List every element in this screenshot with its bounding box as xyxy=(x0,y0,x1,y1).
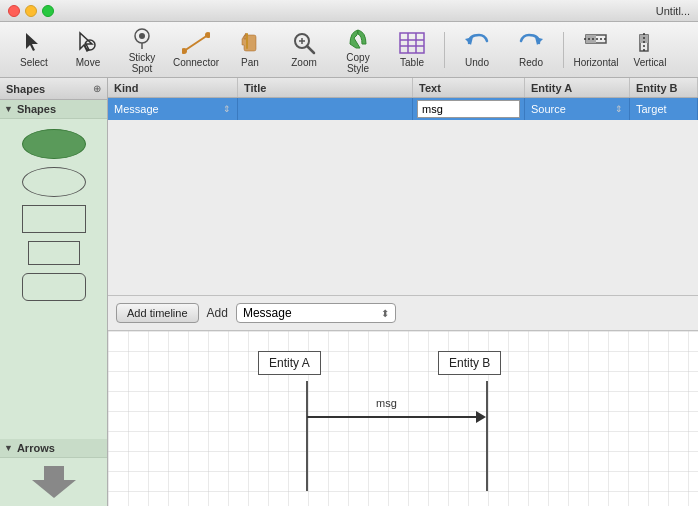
pan-tool[interactable]: Pan xyxy=(224,26,276,74)
vertical-label: Vertical xyxy=(634,57,667,68)
zoom-label: Zoom xyxy=(291,57,317,68)
svg-line-11 xyxy=(307,46,314,53)
td-kind: Message ⇕ xyxy=(108,98,238,120)
shapes-section-label: Shapes xyxy=(17,103,56,115)
move-icon xyxy=(76,31,100,55)
toolbar: Select Move Sticky Spot xyxy=(0,22,698,78)
arrows-section-arrow: ▼ xyxy=(4,443,13,453)
shapes-section-header[interactable]: ▼ Shapes xyxy=(0,100,107,119)
td-text[interactable] xyxy=(413,98,525,120)
th-entity-a: Entity A xyxy=(525,78,630,97)
svg-rect-22 xyxy=(586,35,596,43)
connector-icon xyxy=(182,31,210,55)
text-input[interactable] xyxy=(417,100,520,118)
add-timeline-button[interactable]: Add timeline xyxy=(116,303,199,323)
arrows-section-header[interactable]: ▼ Arrows xyxy=(0,439,107,458)
copy-style-label: Copy Style xyxy=(334,52,382,74)
th-kind: Kind xyxy=(108,78,238,97)
redo-label: Redo xyxy=(519,57,543,68)
vertical-align-tool[interactable]: Vertical xyxy=(624,26,676,74)
entity-a-box[interactable]: Entity A xyxy=(258,351,321,375)
table-header: Kind Title Text Entity A Entity B xyxy=(108,78,698,98)
table-label: Table xyxy=(400,57,424,68)
arrow-down-shape[interactable] xyxy=(32,466,76,498)
vertical-align-icon xyxy=(636,31,664,55)
shape-filled-ellipse[interactable] xyxy=(22,129,86,159)
add-label: Add xyxy=(207,306,228,320)
entity-a-dropdown-icon[interactable]: ⇕ xyxy=(615,104,623,114)
shape-small-rect[interactable] xyxy=(28,241,80,265)
shapes-panel xyxy=(0,119,107,439)
undo-label: Undo xyxy=(465,57,489,68)
connector-label: Connector xyxy=(173,57,219,68)
dropdown-arrow-icon: ⬍ xyxy=(381,308,389,319)
toolbar-separator-1 xyxy=(444,32,445,68)
close-button[interactable] xyxy=(8,5,20,17)
th-title: Title xyxy=(238,78,413,97)
undo-icon xyxy=(463,31,491,55)
table-area: Kind Title Text Entity A Entity B Mess xyxy=(108,78,698,120)
table-icon xyxy=(398,31,426,55)
sidebar-header: Shapes ⊕ xyxy=(0,78,107,100)
pan-icon xyxy=(238,31,262,55)
td-entity-b: Target xyxy=(630,98,698,120)
titlebar: Untitl... xyxy=(0,0,698,22)
message-arrow xyxy=(307,411,486,423)
maximize-button[interactable] xyxy=(42,5,54,17)
redo-icon xyxy=(517,31,545,55)
select-label: Select xyxy=(20,57,48,68)
shape-rounded-rect[interactable] xyxy=(22,273,86,301)
message-line xyxy=(307,416,476,418)
table-row[interactable]: Message ⇕ Source ⇕ Target xyxy=(108,98,698,120)
minimize-button[interactable] xyxy=(25,5,37,17)
svg-line-6 xyxy=(184,35,208,51)
table-tool[interactable]: Table xyxy=(386,26,438,74)
entity-a-label: Entity A xyxy=(269,356,310,370)
toolbar-separator-2 xyxy=(563,32,564,68)
entity-a-value: Source xyxy=(531,103,566,115)
traffic-lights xyxy=(8,5,54,17)
sidebar: Shapes ⊕ ▼ Shapes ▼ Ar xyxy=(0,78,108,506)
th-entity-b: Entity B xyxy=(630,78,698,97)
window-title: Untitl... xyxy=(656,5,690,17)
kind-value: Message xyxy=(114,103,159,115)
diagram-area: Entity A Entity B msg xyxy=(108,331,698,506)
th-text: Text xyxy=(413,78,525,97)
svg-point-4 xyxy=(139,33,145,39)
zoom-icon xyxy=(292,31,316,55)
svg-rect-14 xyxy=(400,33,424,53)
sticky-spot-tool[interactable]: Sticky Spot xyxy=(116,26,168,74)
message-dropdown[interactable]: Message ⬍ xyxy=(236,303,396,323)
copy-style-tool[interactable]: Copy Style xyxy=(332,26,384,74)
svg-rect-9 xyxy=(246,33,248,49)
redo-tool[interactable]: Redo xyxy=(505,26,557,74)
message-arrowhead xyxy=(476,411,486,423)
sidebar-header-label: Shapes xyxy=(6,83,45,95)
main-area: Shapes ⊕ ▼ Shapes ▼ Ar xyxy=(0,78,698,506)
kind-dropdown-icon[interactable]: ⇕ xyxy=(223,104,231,114)
shape-outline-rect[interactable] xyxy=(22,205,86,233)
content-area: Kind Title Text Entity A Entity B Mess xyxy=(108,78,698,506)
td-title[interactable] xyxy=(238,98,413,120)
copy-style-icon xyxy=(346,26,370,50)
undo-tool[interactable]: Undo xyxy=(451,26,503,74)
connector-tool[interactable]: Connector xyxy=(170,26,222,74)
horizontal-align-tool[interactable]: Horizontal xyxy=(570,26,622,74)
shape-outline-ellipse[interactable] xyxy=(22,167,86,197)
td-entity-a: Source ⇕ xyxy=(525,98,630,120)
sticky-spot-icon xyxy=(130,26,154,50)
zoom-tool[interactable]: Zoom xyxy=(278,26,330,74)
shapes-section-arrow: ▼ xyxy=(4,104,13,114)
horizontal-align-icon xyxy=(582,31,610,55)
move-tool[interactable]: Move xyxy=(62,26,114,74)
select-icon xyxy=(22,31,46,55)
horizontal-label: Horizontal xyxy=(573,57,618,68)
pan-label: Pan xyxy=(241,57,259,68)
sidebar-expand-button[interactable]: ⊕ xyxy=(93,83,101,94)
select-tool[interactable]: Select xyxy=(8,26,60,74)
sticky-spot-label: Sticky Spot xyxy=(118,52,166,74)
bottom-toolbar: Add timeline Add Message ⬍ xyxy=(108,295,698,331)
entity-b-box[interactable]: Entity B xyxy=(438,351,501,375)
message-option-label: Message xyxy=(243,306,292,320)
move-label: Move xyxy=(76,57,100,68)
